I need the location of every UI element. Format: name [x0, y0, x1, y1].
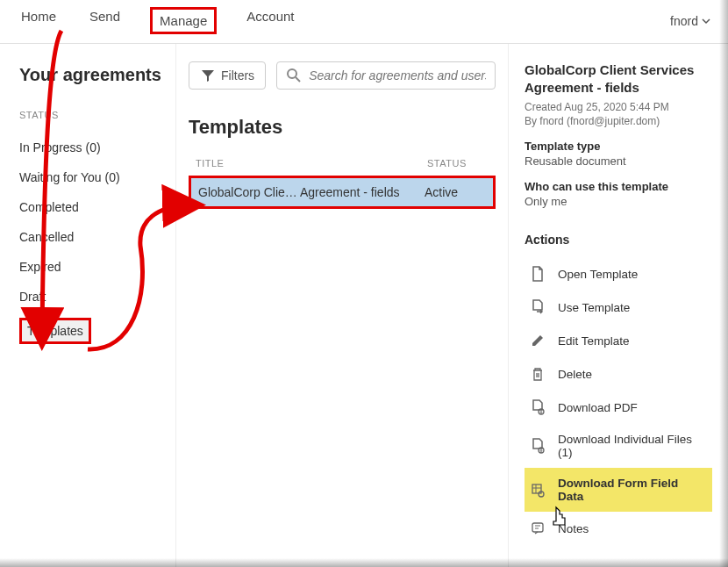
who-value: Only me: [525, 195, 712, 208]
nav-home[interactable]: Home: [18, 7, 60, 34]
action-label: Edit Template: [558, 334, 630, 348]
action-label: Open Template: [558, 268, 638, 281]
nav-account[interactable]: Account: [243, 7, 297, 34]
pencil-icon: [530, 333, 546, 348]
document-icon: [530, 266, 546, 282]
sidebar-item-completed[interactable]: Completed: [19, 192, 165, 222]
sidebar-item-cancelled[interactable]: Cancelled: [19, 222, 165, 252]
user-menu[interactable]: fnord: [670, 14, 710, 28]
main: Your agreements STATUS In Progress (0) W…: [0, 44, 728, 567]
svg-line-1: [296, 77, 300, 82]
nav-manage[interactable]: Manage: [150, 7, 217, 34]
templates-heading: Templates: [189, 116, 496, 139]
template-type-label: Template type: [525, 140, 712, 153]
details-by: By fnord (fnord@jupiter.dom): [525, 115, 712, 127]
col-status: STATUS: [427, 158, 489, 169]
action-label: Download PDF: [558, 401, 638, 414]
action-notes[interactable]: Notes: [525, 512, 712, 545]
nav-send[interactable]: Send: [86, 7, 124, 34]
sidebar: Your agreements STATUS In Progress (0) W…: [0, 44, 175, 567]
table-row[interactable]: GlobalCorp Clie… Agreement - fields Acti…: [189, 176, 496, 209]
who-label: Who can use this template: [525, 180, 712, 193]
details-title: GlobalCorp Client Services Agreement - f…: [525, 61, 712, 96]
action-delete[interactable]: Delete: [525, 357, 712, 391]
chevron-down-icon: [702, 17, 710, 25]
action-list: Open Template Use Template Edit Template…: [525, 257, 712, 545]
search-input[interactable]: [309, 68, 486, 83]
download-files-icon: [530, 438, 546, 454]
template-type-section: Template type Reusable document: [525, 140, 712, 168]
action-download-form-data[interactable]: Download Form Field Data: [525, 468, 712, 512]
who-section: Who can use this template Only me: [525, 180, 712, 208]
col-title: TITLE: [196, 158, 427, 169]
sidebar-item-waiting[interactable]: Waiting for You (0): [19, 162, 165, 192]
user-name: fnord: [670, 14, 698, 28]
action-label: Download Form Field Data: [558, 477, 707, 503]
filter-icon: [200, 68, 216, 83]
filters-label: Filters: [221, 68, 254, 83]
svg-rect-6: [532, 523, 543, 532]
actions-heading: Actions: [525, 233, 712, 247]
row-status: Active: [425, 185, 486, 199]
sidebar-item-in-progress[interactable]: In Progress (0): [19, 133, 165, 162]
sidebar-item-templates[interactable]: Templates: [19, 318, 91, 344]
action-download-individual[interactable]: Download Individual Files (1): [525, 424, 712, 468]
sidebar-heading: Your agreements: [19, 65, 165, 85]
nav-left: Home Send Manage Account: [18, 7, 297, 34]
download-pdf-icon: [530, 399, 546, 415]
row-title: GlobalCorp Clie… Agreement - fields: [198, 185, 425, 199]
action-use-template[interactable]: Use Template: [525, 291, 712, 324]
details-created: Created Aug 25, 2020 5:44 PM: [525, 101, 712, 113]
action-download-pdf[interactable]: Download PDF: [525, 391, 712, 424]
search-icon: [286, 68, 302, 83]
action-label: Delete: [558, 368, 592, 381]
search-box[interactable]: [276, 61, 496, 90]
action-label: Notes: [558, 522, 589, 535]
filters-button[interactable]: Filters: [189, 61, 266, 90]
top-nav: Home Send Manage Account fnord: [0, 0, 728, 44]
action-open-template[interactable]: Open Template: [525, 257, 712, 291]
details-panel: GlobalCorp Client Services Agreement - f…: [509, 44, 728, 567]
action-label: Use Template: [558, 301, 630, 314]
sidebar-item-draft[interactable]: Draft: [19, 282, 165, 312]
document-send-icon: [530, 299, 546, 315]
status-list: In Progress (0) Waiting for You (0) Comp…: [19, 133, 165, 346]
template-type-value: Reusable document: [525, 154, 712, 168]
center-panel: Filters Templates TITLE STATUS GlobalCor…: [175, 44, 509, 567]
action-edit-template[interactable]: Edit Template: [525, 324, 712, 357]
notes-icon: [530, 520, 546, 536]
svg-point-0: [288, 69, 296, 78]
filter-row: Filters: [189, 61, 496, 90]
sidebar-item-templates-wrap: Templates: [19, 312, 165, 346]
trash-icon: [530, 366, 546, 382]
action-label: Download Individual Files (1): [558, 433, 707, 459]
table-header: TITLE STATUS: [189, 158, 496, 176]
download-data-icon: [530, 482, 546, 498]
sidebar-item-expired[interactable]: Expired: [19, 252, 165, 282]
status-label: STATUS: [19, 110, 165, 120]
